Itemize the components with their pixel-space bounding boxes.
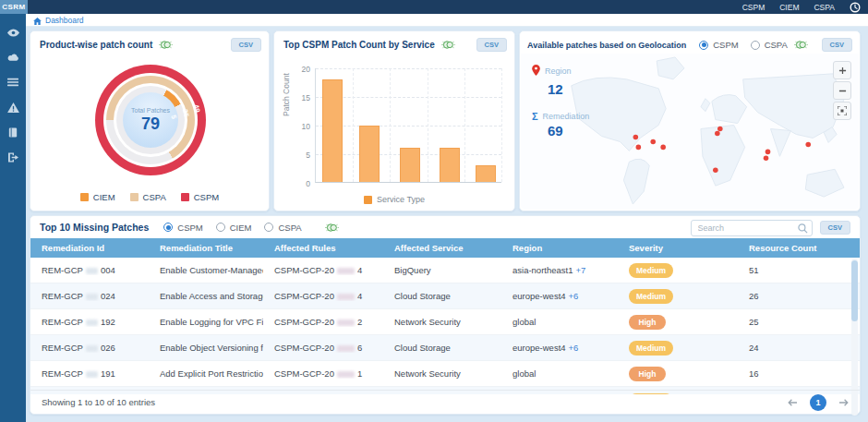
- topnav-tab-ciem[interactable]: CIEM: [779, 3, 799, 12]
- zoom-out-button[interactable]: [833, 81, 851, 100]
- table-row[interactable]: REM-GCP191 Add Explicit Port Restriction…: [30, 361, 860, 387]
- redacted-text: [86, 294, 98, 300]
- card-title: Top CSPM Patch Count by Service: [283, 40, 435, 50]
- col-remediation-title: Remediation Title: [149, 243, 263, 253]
- map-marker[interactable]: [633, 135, 639, 140]
- table-radio-cspm[interactable]: [163, 223, 173, 232]
- map-marker[interactable]: [660, 145, 666, 151]
- remediation-id-link[interactable]: REM-GCP024: [30, 291, 149, 301]
- severity-badge: Medium: [629, 289, 673, 304]
- legend-item-ciem: CIEM: [80, 192, 115, 202]
- logout-icon[interactable]: [7, 151, 19, 163]
- radio-cspa[interactable]: [751, 41, 760, 50]
- redacted-text: [337, 294, 355, 300]
- severity-badge: High: [629, 367, 666, 381]
- map-marker[interactable]: [764, 156, 769, 162]
- ai-brain-icon: [158, 39, 174, 51]
- csv-button[interactable]: CSV: [822, 38, 852, 52]
- bar: [359, 126, 380, 183]
- csv-button[interactable]: CSV: [231, 38, 261, 52]
- remediation-id-link[interactable]: REM-GCP191: [30, 368, 149, 379]
- table-row[interactable]: REM-GCP024 Enable Access and Storage Log…: [30, 283, 860, 309]
- product-patch-count-card: Product-wise patch count CSV Total Patch…: [30, 30, 270, 211]
- redacted-text: [337, 320, 355, 326]
- table-radio-cspm-label[interactable]: CSPM: [177, 223, 202, 233]
- radio-cspa-label[interactable]: CSPA: [765, 40, 788, 50]
- table-row[interactable]: REM-GCP192 Enable Logging for VPC Firewa…: [30, 309, 860, 335]
- redacted-text: [86, 320, 98, 326]
- remediation-id-link[interactable]: REM-GCP004: [30, 265, 149, 275]
- list-icon[interactable]: [7, 77, 19, 88]
- table-toolbar: Top 10 Missing Patches CSPM CIEM CSPA CS…: [30, 216, 860, 238]
- book-icon[interactable]: [7, 127, 19, 138]
- cspm-swatch: [181, 193, 189, 201]
- resource-count: 26: [738, 291, 860, 301]
- cloud-icon[interactable]: [7, 52, 19, 63]
- region-more-link[interactable]: +6: [569, 291, 579, 301]
- cspa-swatch: [130, 193, 139, 201]
- ai-brain-icon: [440, 39, 456, 51]
- severity-badge: Medium: [629, 263, 673, 278]
- csv-button[interactable]: CSV: [820, 221, 850, 235]
- search-input[interactable]: [691, 220, 813, 236]
- topnav-tab-cspa[interactable]: CSPA: [814, 3, 835, 12]
- zoom-in-button[interactable]: [833, 61, 851, 79]
- table-radio-ciem[interactable]: [216, 223, 225, 232]
- home-icon[interactable]: [33, 12, 42, 29]
- page-number-button[interactable]: 1: [810, 394, 826, 411]
- map-marker[interactable]: [650, 139, 656, 145]
- bar: [400, 148, 420, 182]
- total-patches-value: 79: [141, 115, 160, 134]
- eye-icon[interactable]: [7, 27, 19, 38]
- clock-icon[interactable]: [850, 2, 861, 13]
- topnav-tab-cspm[interactable]: CSPM: [742, 3, 766, 12]
- radio-cspm[interactable]: [699, 41, 708, 50]
- map-marker[interactable]: [636, 145, 642, 151]
- remediation-id-link[interactable]: REM-GCP192: [30, 317, 149, 327]
- region-cell: global: [501, 368, 618, 379]
- scrollbar-thumb[interactable]: [851, 260, 858, 321]
- map-marker[interactable]: [766, 150, 771, 155]
- y-tick: 0: [294, 179, 310, 188]
- map-marker[interactable]: [717, 127, 723, 132]
- missing-patches-card: Top 10 Missing Patches CSPM CIEM CSPA CS…: [30, 215, 861, 415]
- ai-brain-icon: [793, 39, 809, 51]
- table-radio-cspa[interactable]: [264, 223, 273, 232]
- warning-icon[interactable]: [7, 102, 19, 113]
- cspm-patch-by-service-card: Top CSPM Patch Count by Service CSV Patc…: [273, 30, 515, 211]
- y-axis-label: Patch Count: [282, 73, 291, 116]
- affected-service: Network Security: [383, 317, 501, 327]
- remediation-id-link[interactable]: REM-GCP026: [30, 343, 149, 353]
- map-pin-icon: [532, 63, 540, 79]
- card-title: Available patches based on Geolocation: [527, 41, 686, 50]
- next-page-arrow[interactable]: [838, 399, 849, 406]
- table-radio-cspa-label[interactable]: CSPA: [278, 223, 301, 233]
- redacted-text: [337, 268, 355, 274]
- table-footer: Showing 1 to 10 of 10 entries 1: [30, 390, 860, 414]
- map-marker[interactable]: [715, 131, 720, 137]
- dashboard-screen: CSRM CSPM CIEM CSPA Dashboard Product-wi…: [0, 0, 868, 422]
- product-donut-chart: Total Patches 79 5 25 49: [95, 65, 206, 175]
- fullscreen-button[interactable]: [833, 102, 851, 120]
- region-more-link[interactable]: +7: [575, 265, 585, 275]
- table-radio-ciem-label[interactable]: CIEM: [230, 223, 252, 233]
- remediation-count: 69: [548, 123, 589, 139]
- world-map[interactable]: Region 12 Σ Remediation 69: [521, 54, 859, 210]
- table-body: REM-GCP004 Enable Customer-Managed Encr.…: [30, 258, 860, 394]
- resource-count: 16: [738, 368, 860, 379]
- map-marker[interactable]: [805, 142, 811, 148]
- prev-page-arrow[interactable]: [788, 399, 798, 406]
- resource-count: 25: [738, 317, 860, 327]
- breadcrumb[interactable]: Dashboard: [45, 16, 84, 25]
- ai-brain-icon: [324, 222, 340, 234]
- map-marker[interactable]: [713, 167, 718, 173]
- col-region: Region: [501, 243, 618, 253]
- csv-button[interactable]: CSV: [476, 38, 507, 52]
- region-more-link[interactable]: +6: [569, 343, 579, 353]
- radio-cspm-label[interactable]: CSPM: [713, 40, 738, 50]
- search-icon: [798, 221, 808, 237]
- table-row[interactable]: REM-GCP004 Enable Customer-Managed Encr.…: [30, 258, 860, 283]
- bar: [476, 165, 496, 182]
- table-row[interactable]: REM-GCP026 Enable Object Versioning for …: [30, 335, 860, 361]
- table-title: Top 10 Missing Patches: [40, 222, 149, 233]
